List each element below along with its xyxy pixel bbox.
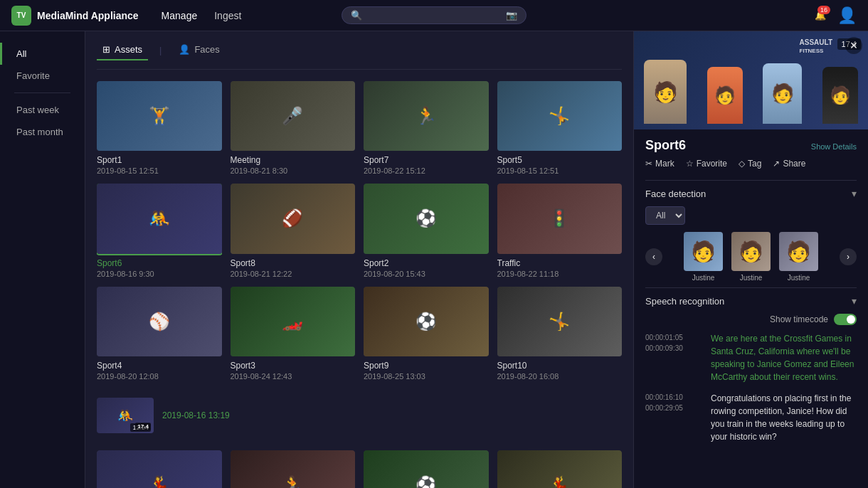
thumb-wrap-3: 🏃: [364, 81, 489, 151]
grid-item-11[interactable]: ⚽ Sport9 2019-08-25 13:03: [364, 287, 489, 381]
grid-item-8[interactable]: 🚦 Traffic 2019-08-22 11:18: [497, 184, 623, 277]
bottom-thumb-2: 🏃: [231, 450, 356, 488]
crossfit-logo: 17.4: [135, 423, 151, 430]
speech-recognition-section: Speech recognition ▾ Show timecode 00:00…: [645, 287, 857, 457]
tab-faces[interactable]: 👤 Faces: [173, 40, 225, 60]
strip-item-1[interactable]: 🤼 12:24 17.4 2019-08-16 13:19: [97, 392, 622, 439]
grid-title-9: Sport4: [97, 361, 222, 371]
bottom-thumb-1: 💃: [97, 450, 222, 488]
grid-item-12[interactable]: 🤸 Sport10 2019-08-20 16:08: [497, 287, 623, 381]
nav-ingest[interactable]: Ingest: [214, 7, 241, 24]
detail-hero-inner: 17.4 ASSAULTFITNESS 🧑 🧑 🧑 🧑: [634, 31, 868, 129]
grid-item-7[interactable]: ⚽ Sport2 2019-08-20 15:43: [364, 184, 489, 277]
thumb-wrap-8: 🚦: [497, 184, 623, 253]
timecode-toggle[interactable]: [834, 314, 857, 325]
thumb-wrap-5: 🤼: [97, 184, 222, 253]
speech-toggle-row: Show timecode: [645, 314, 857, 325]
search-container: 🔍 📷: [342, 6, 526, 24]
bottom-item-4[interactable]: 💃: [497, 450, 623, 488]
thumb-wrap-12: 🤸: [497, 287, 623, 356]
mark-icon: ✂: [645, 159, 652, 169]
bottom-item-3[interactable]: ⚽: [364, 450, 489, 488]
face-avatar-2: 🧑: [731, 232, 771, 271]
grid-item-2[interactable]: 🎤 Meeting 2019-08-21 8:30: [231, 81, 356, 175]
bottom-item-1[interactable]: 💃: [97, 450, 222, 488]
thumb-wrap-4: 🤸: [497, 81, 623, 151]
app-title: MediaMind Appliance: [37, 10, 139, 21]
sidebar: All Favorite Past week Past month: [0, 31, 85, 488]
camera-icon[interactable]: 📷: [506, 10, 517, 21]
grid-item-6[interactable]: 🏈 Sport8 2019-08-21 12:22: [231, 184, 356, 277]
grid-title-12: Sport10: [497, 361, 623, 371]
face-name-2: Justine: [731, 274, 771, 282]
grid-item-9[interactable]: ⚾ Sport4 2019-08-20 12:08: [97, 287, 222, 381]
face-item-3[interactable]: 🧑 Justine: [779, 232, 818, 282]
bottom-thumb-3: ⚽: [364, 450, 489, 488]
close-button[interactable]: ×: [845, 37, 862, 54]
favorite-button[interactable]: ☆ Favorite: [686, 159, 727, 169]
sidebar-item-favorite[interactable]: Favorite: [0, 65, 85, 87]
search-input[interactable]: [368, 10, 500, 21]
face-next-button[interactable]: ›: [840, 248, 857, 265]
grid-date-6: 2019-08-21 12:22: [231, 270, 356, 278]
speech-entry-1: 00:00:01:05 00:00:09:30 We are here at t…: [645, 332, 857, 383]
header-actions: 🔔 16 👤: [815, 6, 857, 25]
mark-button[interactable]: ✂ Mark: [645, 159, 674, 169]
grid-item-1[interactable]: 🏋️ Sport1 2019-08-15 12:51: [97, 81, 222, 175]
face-item-1[interactable]: 🧑 Justine: [684, 232, 723, 282]
face-item-2[interactable]: 🧑 Justine: [731, 232, 771, 282]
bottom-thumb-4: 💃: [497, 450, 623, 488]
sidebar-item-all[interactable]: All: [0, 43, 85, 65]
share-button[interactable]: ↗ Share: [773, 159, 805, 169]
detail-actions: ✂ Mark ☆ Favorite ◇ Tag ↗ Share: [645, 159, 857, 169]
grid-item-5[interactable]: 🤼 Sport6 2019-08-16 9:30: [97, 184, 222, 277]
grid-date-7: 2019-08-20 15:43: [364, 270, 489, 278]
strip-thumb-1: 🤼 12:24 17.4: [97, 398, 154, 433]
logo-icon: TV: [11, 6, 31, 26]
speech-text-1: We are here at the Crossfit Games in San…: [711, 332, 857, 383]
faces-icon: 👤: [179, 44, 190, 55]
thumb-wrap-1: 🏋️: [97, 81, 222, 151]
content-tabs: ⊞ Assets | 👤 Faces: [97, 31, 622, 70]
share-icon: ↗: [773, 159, 780, 169]
bottom-item-2[interactable]: 🏃: [231, 450, 356, 488]
speech-time-1: 00:00:01:05 00:00:09:30: [645, 332, 702, 354]
face-detection-title: Face detection: [645, 189, 706, 199]
sidebar-item-past-week[interactable]: Past week: [0, 99, 85, 121]
grid-date-9: 2019-08-20 12:08: [97, 372, 222, 381]
grid-date-1: 2019-08-15 12:51: [97, 166, 222, 175]
face-prev-button[interactable]: ‹: [645, 248, 662, 265]
grid-item-10[interactable]: 🏎️ Sport3 2019-08-24 12:43: [231, 287, 356, 381]
face-detection-section: Face detection ▾ All ‹ 🧑: [645, 180, 857, 287]
grid-item-4[interactable]: 🤸 Sport5 2019-08-15 12:51: [497, 81, 623, 175]
grid-title-5: Sport6: [97, 258, 222, 268]
main-nav: Manage Ingest: [162, 7, 242, 24]
sidebar-item-past-month[interactable]: Past month: [0, 121, 85, 143]
grid-item-3[interactable]: 🏃 Sport7 2019-08-22 15:12: [364, 81, 489, 175]
notifications-button[interactable]: 🔔 16: [815, 10, 826, 21]
face-filter-select[interactable]: All: [645, 206, 685, 225]
face-carousel: ‹ 🧑 Justine 🧑 Justine: [645, 232, 857, 282]
user-avatar[interactable]: 👤: [837, 6, 857, 25]
face-items: 🧑 Justine 🧑 Justine 🧑: [668, 232, 834, 282]
show-details-link[interactable]: Show Details: [811, 142, 857, 151]
assets-icon: ⊞: [102, 44, 110, 55]
face-name-3: Justine: [779, 274, 818, 282]
grid-date-3: 2019-08-22 15:12: [364, 166, 489, 175]
nav-manage[interactable]: Manage: [162, 7, 198, 24]
speech-recognition-header[interactable]: Speech recognition ▾: [645, 287, 857, 314]
tag-button[interactable]: ◇ Tag: [739, 159, 761, 169]
speech-time-2: 00:00:16:10 00:00:29:05: [645, 392, 702, 413]
grid-date-5: 2019-08-16 9:30: [97, 270, 222, 278]
grid-title-8: Traffic: [497, 258, 623, 268]
speech-entry-2: 00:00:16:10 00:00:29:05 Congratulations …: [645, 392, 857, 443]
grid-title-11: Sport9: [364, 361, 489, 371]
app-logo: TV MediaMind Appliance: [11, 6, 139, 26]
thumb-wrap-10: 🏎️: [231, 287, 356, 356]
face-avatar-3: 🧑: [779, 232, 818, 271]
grid-title-4: Sport5: [497, 155, 623, 165]
tab-assets[interactable]: ⊞ Assets: [97, 40, 148, 60]
hero-brand: ASSAULTFITNESS: [800, 38, 832, 54]
face-detection-header[interactable]: Face detection ▾: [645, 180, 857, 206]
strip-date-label: 2019-08-16 13:19: [162, 410, 230, 420]
